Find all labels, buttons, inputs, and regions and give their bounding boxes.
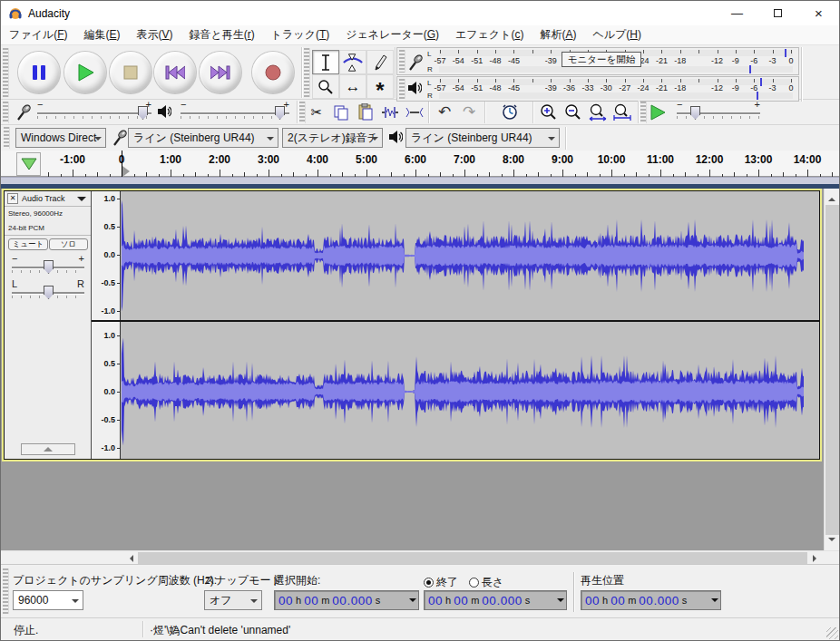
time-digits[interactable]: 00.000 (482, 594, 522, 607)
tool-zoom[interactable] (312, 74, 339, 99)
close-button[interactable]: × (798, 1, 839, 25)
quick-play-button[interactable] (16, 152, 41, 176)
tool-envelope[interactable] (339, 50, 366, 74)
snap-select[interactable]: オフ (204, 590, 262, 610)
chevron-down-icon[interactable] (409, 598, 416, 606)
time-digits[interactable]: 00 (304, 594, 318, 607)
scroll-left-icon[interactable] (126, 555, 133, 562)
solo-button[interactable]: ソロ (49, 238, 88, 250)
time-digits[interactable]: 00 (610, 594, 625, 607)
pan-slider[interactable]: L R (12, 280, 84, 302)
selbar-grabber[interactable] (3, 568, 9, 614)
mixer-grabber[interactable] (3, 102, 9, 123)
vertical-scrollbar[interactable] (824, 189, 839, 550)
timeline-ruler[interactable]: -1:0001:002:003:004:005:006:007:008:009:… (1, 150, 839, 184)
time-digits[interactable]: 00.000 (639, 594, 679, 607)
recording-device-select[interactable]: ライン (Steinberg UR44) (128, 128, 278, 148)
meter-grabber[interactable] (399, 79, 405, 99)
selection-start-field[interactable]: 00h00m00.000s (274, 590, 419, 610)
play-button[interactable] (64, 52, 106, 93)
zoom-in-button[interactable] (538, 102, 560, 122)
chevron-down-icon[interactable] (557, 598, 564, 606)
stop-button[interactable] (110, 52, 151, 93)
track-menu-icon[interactable] (77, 197, 86, 206)
tools-grabber[interactable] (304, 48, 310, 97)
chevron-down-icon (267, 137, 274, 144)
time-digits[interactable]: 00.000 (332, 594, 372, 607)
menu-item[interactable]: トラック(T) (263, 27, 337, 43)
horizontal-scroll-thumb[interactable] (138, 552, 807, 564)
time-digits[interactable]: 00 (585, 594, 600, 607)
paste-button[interactable] (355, 102, 376, 122)
tool-multi[interactable]: * (366, 74, 394, 99)
zoom-fit-button[interactable] (611, 102, 633, 122)
time-digits[interactable]: 00 (454, 594, 468, 607)
minimize-button[interactable]: — (717, 1, 757, 25)
tool-selection[interactable] (312, 50, 339, 74)
sync-lock-button[interactable] (499, 102, 521, 122)
transport-grabber[interactable] (3, 48, 9, 97)
scrub-bar[interactable] (1, 177, 839, 184)
audio-track[interactable]: ✕ Audio Track Stereo, 96000Hz 24-bit PCM… (2, 189, 822, 461)
menu-item[interactable]: ジェネレーター(G) (337, 27, 447, 43)
redo-button[interactable]: ↷ (458, 102, 480, 122)
tool-time-shift[interactable]: ↔ (339, 74, 366, 99)
horizontal-scrollbar[interactable] (1, 550, 839, 564)
playback-meter[interactable]: LR-57-54-51-48-45-39-36-33-30-27-24-21-1… (396, 76, 799, 102)
edit-grabber[interactable] (299, 102, 306, 123)
radio-length[interactable]: 長さ (469, 575, 503, 590)
time-digits[interactable]: 00 (278, 594, 293, 607)
device-grabber[interactable] (4, 127, 10, 149)
skip-to-start-button[interactable] (154, 52, 196, 93)
recording-channels-select[interactable]: 2(ステレオ)録音チ (282, 128, 383, 148)
playback-volume-slider[interactable]: − + (181, 101, 289, 122)
playback-device-select[interactable]: ライン (Steinberg UR44) (405, 128, 560, 148)
rate-select[interactable]: 96000 (13, 590, 83, 610)
host-select[interactable]: Windows Direct (15, 128, 106, 148)
transcription-grabber[interactable] (640, 102, 647, 123)
playhead-marker[interactable] (122, 166, 130, 177)
radio-end[interactable]: 終了 (424, 575, 458, 590)
record-button[interactable] (252, 52, 294, 93)
menu-item[interactable]: 編集(E) (75, 27, 128, 43)
track-close-button[interactable]: ✕ (7, 193, 18, 204)
menu-item[interactable]: 録音と再生(r) (181, 27, 263, 43)
time-digits[interactable]: 00 (428, 594, 443, 607)
waveform-left-channel[interactable] (122, 191, 819, 320)
playback-speed-slider[interactable]: − + (677, 101, 760, 122)
gain-slider[interactable]: − + (12, 255, 84, 277)
scroll-up-icon[interactable] (828, 194, 835, 201)
vertical-scroll-thumb[interactable] (825, 205, 839, 535)
selection-end-field[interactable]: 00h00m00.000s (424, 590, 567, 610)
meter-grabber[interactable] (399, 50, 405, 73)
menu-item[interactable]: ファイル(F) (1, 27, 75, 43)
scroll-down-icon[interactable] (828, 538, 835, 545)
menu-item[interactable]: 解析(A) (532, 27, 584, 43)
cut-button[interactable]: ✂ (306, 102, 327, 122)
zoom-out-button[interactable] (562, 102, 584, 122)
track-name[interactable]: Audio Track (22, 194, 65, 203)
track-vertical-ruler[interactable]: 1.00.50.0-0.5-1.01.00.50.0-0.5-1.0 (92, 191, 121, 459)
menu-item[interactable]: エフェクト(c) (447, 27, 532, 43)
recording-volume-slider[interactable]: − + (37, 101, 151, 122)
resize-grip[interactable] (826, 627, 838, 639)
play-position-field[interactable]: 00h00m00.000s (581, 590, 721, 610)
waveform-right-channel[interactable] (122, 322, 819, 459)
pause-button[interactable] (18, 52, 60, 93)
trim-button[interactable] (379, 102, 401, 122)
scroll-right-icon[interactable] (813, 555, 820, 562)
skip-to-end-button[interactable] (200, 52, 241, 93)
chevron-down-icon[interactable] (711, 598, 718, 606)
maximize-button[interactable] (757, 1, 798, 25)
menu-item[interactable]: ヘルプ(H) (584, 27, 650, 43)
play-at-speed-button[interactable] (647, 102, 669, 122)
tool-draw[interactable] (366, 50, 394, 74)
copy-button[interactable] (330, 102, 352, 122)
track-collapse-button[interactable] (21, 443, 75, 455)
meter-scale-label: -27 (615, 83, 635, 92)
menu-item[interactable]: 表示(V) (128, 27, 181, 43)
undo-button[interactable]: ↶ (434, 102, 455, 122)
zoom-selection-button[interactable] (587, 102, 609, 122)
silence-button[interactable] (404, 102, 425, 122)
mute-button[interactable]: ミュート (8, 238, 48, 250)
